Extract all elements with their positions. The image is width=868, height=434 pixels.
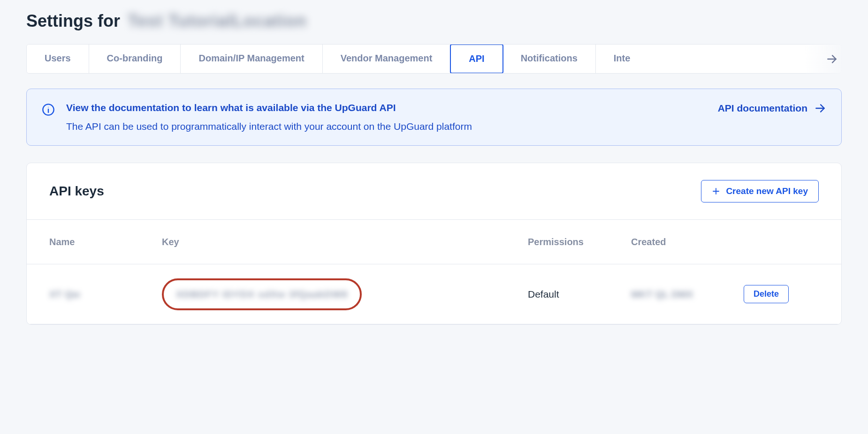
org-name-redacted: Test TutorialLocation	[128, 11, 307, 31]
tab-integrations-partial[interactable]: Inte	[596, 45, 648, 73]
api-info-banner: View the documentation to learn what is …	[26, 89, 842, 146]
tab-users[interactable]: Users	[27, 45, 89, 73]
api-key-created: MKT QL DMX	[631, 289, 744, 300]
col-created: Created	[631, 237, 744, 247]
col-key: Key	[162, 237, 528, 247]
delete-api-key-button[interactable]: Delete	[744, 285, 789, 303]
api-key-highlight-oval: XDBDFY IDYDX sdXw 3fQaakDW8	[162, 278, 362, 310]
col-name: Name	[49, 237, 162, 247]
api-key-row: XT Qw XDBDFY IDYDX sdXw 3fQaakDW8 Defaul…	[27, 264, 841, 324]
tab-api[interactable]: API	[450, 44, 503, 74]
api-key-created-redacted: MKT QL DMX	[631, 289, 693, 299]
tab-notifications[interactable]: Notifications	[503, 45, 596, 73]
create-api-key-label: Create new API key	[726, 186, 808, 196]
tabs: Users Co-branding Domain/IP Management V…	[26, 44, 842, 74]
col-permissions: Permissions	[528, 237, 631, 247]
info-icon	[42, 103, 55, 116]
api-key-name: XT Qw	[49, 289, 162, 300]
svg-point-3	[48, 107, 48, 107]
info-banner-description: The API can be used to programmatically …	[66, 121, 707, 132]
tab-domain-ip-management[interactable]: Domain/IP Management	[181, 45, 322, 73]
tab-vendor-management[interactable]: Vendor Management	[323, 45, 451, 73]
api-key-actions: Delete	[744, 285, 819, 303]
api-keys-card: API keys Create new API key Name Key Per…	[26, 163, 842, 325]
plus-icon	[712, 187, 720, 195]
page-title: Settings for	[26, 11, 120, 31]
api-key-permissions: Default	[528, 289, 631, 300]
tabs-container: Users Co-branding Domain/IP Management V…	[26, 44, 842, 74]
api-key-value-cell: XDBDFY IDYDX sdXw 3fQaakDW8	[162, 278, 528, 310]
api-keys-title: API keys	[49, 184, 104, 199]
api-keys-header: API keys Create new API key	[27, 163, 841, 219]
page-title-row: Settings for Test TutorialLocation	[26, 11, 842, 31]
arrow-right-icon	[814, 102, 826, 114]
info-text: View the documentation to learn what is …	[66, 102, 707, 132]
create-api-key-button[interactable]: Create new API key	[701, 180, 819, 202]
api-key-name-redacted: XT Qw	[49, 289, 80, 299]
api-keys-table-header: Name Key Permissions Created	[27, 219, 841, 264]
api-key-value-redacted: XDBDFY IDYDX sdXw 3fQaakDW8	[176, 289, 348, 299]
api-documentation-link[interactable]: API documentation	[718, 102, 826, 114]
tab-co-branding[interactable]: Co-branding	[89, 45, 181, 73]
info-banner-title: View the documentation to learn what is …	[66, 102, 707, 113]
api-documentation-link-label: API documentation	[718, 103, 807, 114]
